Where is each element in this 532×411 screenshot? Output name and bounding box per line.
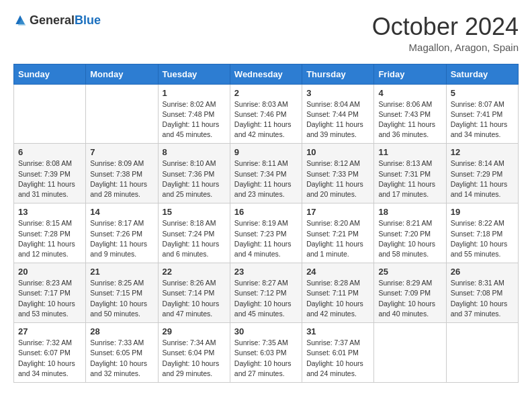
day-header-saturday: Saturday <box>446 64 518 84</box>
day-info: Sunrise: 8:03 AM Sunset: 7:46 PM Dayligh… <box>234 99 298 140</box>
week-row-4: 27Sunrise: 7:32 AM Sunset: 6:07 PM Dayli… <box>14 323 519 383</box>
day-number: 25 <box>378 267 441 277</box>
logo-blue: Blue <box>75 13 101 27</box>
day-number: 30 <box>234 326 298 336</box>
day-number: 24 <box>306 267 369 277</box>
day-number: 4 <box>378 88 441 98</box>
calendar-cell: 22Sunrise: 8:26 AM Sunset: 7:14 PM Dayli… <box>158 263 230 323</box>
calendar-cell: 23Sunrise: 8:27 AM Sunset: 7:12 PM Dayli… <box>230 263 302 323</box>
day-number: 14 <box>90 207 153 217</box>
calendar-cell <box>374 323 446 383</box>
day-number: 7 <box>90 147 153 157</box>
calendar-cell: 2Sunrise: 8:03 AM Sunset: 7:46 PM Daylig… <box>230 84 302 144</box>
day-number: 15 <box>163 207 226 217</box>
day-info: Sunrise: 8:14 AM Sunset: 7:29 PM Dayligh… <box>451 158 514 199</box>
calendar-cell: 20Sunrise: 8:23 AM Sunset: 7:17 PM Dayli… <box>14 263 86 323</box>
day-info: Sunrise: 8:21 AM Sunset: 7:20 PM Dayligh… <box>378 218 441 259</box>
calendar-cell: 18Sunrise: 8:21 AM Sunset: 7:20 PM Dayli… <box>374 203 446 263</box>
calendar-cell: 28Sunrise: 7:33 AM Sunset: 6:05 PM Dayli… <box>86 323 158 383</box>
day-number: 18 <box>378 207 441 217</box>
calendar-cell: 5Sunrise: 8:07 AM Sunset: 7:41 PM Daylig… <box>446 84 518 144</box>
day-number: 16 <box>234 207 298 217</box>
day-number: 8 <box>163 147 226 157</box>
calendar-cell: 7Sunrise: 8:09 AM Sunset: 7:38 PM Daylig… <box>86 144 158 203</box>
day-header-wednesday: Wednesday <box>230 64 302 84</box>
calendar-cell: 27Sunrise: 7:32 AM Sunset: 6:07 PM Dayli… <box>14 323 86 383</box>
calendar-cell: 15Sunrise: 8:18 AM Sunset: 7:24 PM Dayli… <box>158 203 230 263</box>
day-info: Sunrise: 8:15 AM Sunset: 7:28 PM Dayligh… <box>18 218 81 259</box>
calendar-cell: 14Sunrise: 8:17 AM Sunset: 7:26 PM Dayli… <box>86 203 158 263</box>
calendar-cell: 8Sunrise: 8:10 AM Sunset: 7:36 PM Daylig… <box>158 144 230 203</box>
day-number: 19 <box>451 207 514 217</box>
calendar-cell <box>14 84 86 144</box>
calendar-cell: 26Sunrise: 8:31 AM Sunset: 7:08 PM Dayli… <box>446 263 518 323</box>
day-info: Sunrise: 8:27 AM Sunset: 7:12 PM Dayligh… <box>234 278 298 319</box>
day-info: Sunrise: 8:19 AM Sunset: 7:23 PM Dayligh… <box>234 218 298 259</box>
location-title: Magallon, Aragon, Spain <box>372 42 519 53</box>
week-row-3: 20Sunrise: 8:23 AM Sunset: 7:17 PM Dayli… <box>14 263 519 323</box>
day-info: Sunrise: 7:35 AM Sunset: 6:03 PM Dayligh… <box>234 338 298 379</box>
day-header-thursday: Thursday <box>302 64 374 84</box>
calendar-cell: 10Sunrise: 8:12 AM Sunset: 7:33 PM Dayli… <box>302 144 374 203</box>
day-number: 13 <box>18 207 81 217</box>
calendar-cell: 11Sunrise: 8:13 AM Sunset: 7:31 PM Dayli… <box>374 144 446 203</box>
day-number: 26 <box>451 267 514 277</box>
calendar-cell: 17Sunrise: 8:20 AM Sunset: 7:21 PM Dayli… <box>302 203 374 263</box>
calendar-cell: 25Sunrise: 8:29 AM Sunset: 7:09 PM Dayli… <box>374 263 446 323</box>
calendar: SundayMondayTuesdayWednesdayThursdayFrid… <box>13 64 519 383</box>
day-info: Sunrise: 7:37 AM Sunset: 6:01 PM Dayligh… <box>306 338 369 379</box>
week-row-2: 13Sunrise: 8:15 AM Sunset: 7:28 PM Dayli… <box>14 203 519 263</box>
day-header-sunday: Sunday <box>14 64 86 84</box>
day-number: 9 <box>234 147 298 157</box>
calendar-cell: 30Sunrise: 7:35 AM Sunset: 6:03 PM Dayli… <box>230 323 302 383</box>
day-number: 10 <box>306 147 369 157</box>
day-number: 3 <box>306 88 369 98</box>
day-number: 21 <box>90 267 153 277</box>
day-info: Sunrise: 8:06 AM Sunset: 7:43 PM Dayligh… <box>378 99 441 140</box>
day-header-tuesday: Tuesday <box>158 64 230 84</box>
calendar-cell: 9Sunrise: 8:11 AM Sunset: 7:34 PM Daylig… <box>230 144 302 203</box>
day-number: 11 <box>378 147 441 157</box>
day-info: Sunrise: 8:12 AM Sunset: 7:33 PM Dayligh… <box>306 158 369 199</box>
calendar-cell: 19Sunrise: 8:22 AM Sunset: 7:18 PM Dayli… <box>446 203 518 263</box>
calendar-cell: 29Sunrise: 7:34 AM Sunset: 6:04 PM Dayli… <box>158 323 230 383</box>
day-header-row: SundayMondayTuesdayWednesdayThursdayFrid… <box>14 64 519 84</box>
day-info: Sunrise: 8:23 AM Sunset: 7:17 PM Dayligh… <box>18 278 81 319</box>
calendar-cell: 1Sunrise: 8:02 AM Sunset: 7:48 PM Daylig… <box>158 84 230 144</box>
day-number: 27 <box>18 326 81 336</box>
day-info: Sunrise: 8:25 AM Sunset: 7:15 PM Dayligh… <box>90 278 153 319</box>
day-info: Sunrise: 8:08 AM Sunset: 7:39 PM Dayligh… <box>18 158 81 199</box>
calendar-cell <box>86 84 158 144</box>
day-info: Sunrise: 8:22 AM Sunset: 7:18 PM Dayligh… <box>451 218 514 259</box>
week-row-1: 6Sunrise: 8:08 AM Sunset: 7:39 PM Daylig… <box>14 144 519 203</box>
day-info: Sunrise: 8:17 AM Sunset: 7:26 PM Dayligh… <box>90 218 153 259</box>
calendar-cell: 21Sunrise: 8:25 AM Sunset: 7:15 PM Dayli… <box>86 263 158 323</box>
calendar-cell <box>446 323 518 383</box>
logo: GeneralBlue <box>13 13 101 28</box>
day-number: 29 <box>163 326 226 336</box>
day-info: Sunrise: 8:07 AM Sunset: 7:41 PM Dayligh… <box>451 99 514 140</box>
day-number: 6 <box>18 147 81 157</box>
calendar-header: SundayMondayTuesdayWednesdayThursdayFrid… <box>14 64 519 84</box>
day-header-monday: Monday <box>86 64 158 84</box>
calendar-cell: 13Sunrise: 8:15 AM Sunset: 7:28 PM Dayli… <box>14 203 86 263</box>
day-info: Sunrise: 8:13 AM Sunset: 7:31 PM Dayligh… <box>378 158 441 199</box>
day-info: Sunrise: 8:18 AM Sunset: 7:24 PM Dayligh… <box>163 218 226 259</box>
day-number: 12 <box>451 147 514 157</box>
month-title: October 2024 <box>372 13 519 40</box>
day-info: Sunrise: 8:11 AM Sunset: 7:34 PM Dayligh… <box>234 158 298 199</box>
day-info: Sunrise: 7:33 AM Sunset: 6:05 PM Dayligh… <box>90 338 153 379</box>
calendar-cell: 24Sunrise: 8:28 AM Sunset: 7:11 PM Dayli… <box>302 263 374 323</box>
title-area: October 2024 Magallon, Aragon, Spain <box>372 13 519 53</box>
day-number: 1 <box>163 88 226 98</box>
day-info: Sunrise: 8:09 AM Sunset: 7:38 PM Dayligh… <box>90 158 153 199</box>
day-info: Sunrise: 8:26 AM Sunset: 7:14 PM Dayligh… <box>163 278 226 319</box>
day-number: 20 <box>18 267 81 277</box>
day-info: Sunrise: 8:02 AM Sunset: 7:48 PM Dayligh… <box>163 99 226 140</box>
day-number: 28 <box>90 326 153 336</box>
day-info: Sunrise: 8:28 AM Sunset: 7:11 PM Dayligh… <box>306 278 369 319</box>
day-info: Sunrise: 8:20 AM Sunset: 7:21 PM Dayligh… <box>306 218 369 259</box>
day-number: 31 <box>306 326 369 336</box>
header: GeneralBlue October 2024 Magallon, Arago… <box>13 13 519 53</box>
day-number: 2 <box>234 88 298 98</box>
